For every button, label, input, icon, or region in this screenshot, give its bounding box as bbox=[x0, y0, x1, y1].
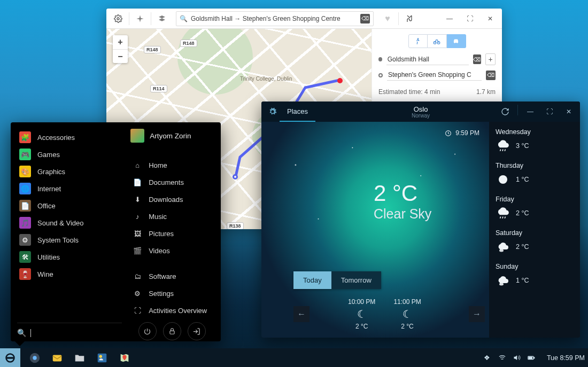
minimize-button[interactable]: — bbox=[442, 11, 457, 26]
destination-input[interactable] bbox=[387, 69, 482, 81]
maximize-button[interactable]: ⛶ bbox=[543, 105, 556, 119]
place-label: Pictures bbox=[149, 230, 174, 238]
place-home[interactable]: ⌂Home bbox=[130, 157, 213, 174]
taskbar-app-browser[interactable] bbox=[26, 350, 44, 365]
category-internet[interactable]: 🌐Internet bbox=[17, 180, 122, 197]
route-icon[interactable] bbox=[402, 11, 417, 26]
place-label: Videos bbox=[149, 247, 170, 255]
taskbar-app-mail[interactable] bbox=[48, 350, 66, 365]
place-videos[interactable]: 🎬Videos bbox=[130, 242, 213, 259]
svg-point-14 bbox=[99, 355, 103, 358]
today-tab[interactable]: Today bbox=[293, 271, 331, 289]
system-label: Software bbox=[149, 272, 176, 280]
close-button[interactable]: ✕ bbox=[562, 105, 576, 119]
power-button[interactable] bbox=[138, 322, 157, 340]
category-icon: 🎨 bbox=[19, 166, 31, 177]
svg-point-0 bbox=[117, 18, 119, 20]
bluetooth-icon[interactable]: ❖ bbox=[484, 354, 492, 362]
weather-forecast-panel: Wednesday 3 °C Thursday 1 °C Friday 2 °C… bbox=[489, 122, 580, 338]
svg-rect-12 bbox=[53, 355, 62, 361]
logout-button[interactable] bbox=[188, 322, 206, 340]
launcher-button[interactable] bbox=[0, 348, 20, 367]
moon-small-icon: ☾ bbox=[393, 308, 421, 321]
category-icon: 🎮 bbox=[19, 149, 31, 160]
minimize-button[interactable]: — bbox=[523, 105, 537, 119]
origin-input[interactable] bbox=[386, 54, 469, 65]
taskbar-clock[interactable]: Tue 8:59 PM bbox=[547, 354, 585, 362]
hourly-next-button[interactable]: → bbox=[469, 306, 485, 322]
battery-icon[interactable] bbox=[527, 354, 535, 362]
clear-origin-button[interactable]: ⌫ bbox=[473, 54, 481, 64]
lock-button[interactable] bbox=[163, 322, 181, 340]
mode-bike[interactable] bbox=[428, 34, 447, 48]
tomorrow-tab[interactable]: Tomorrow bbox=[331, 271, 381, 289]
forecast-day-name: Wednesday bbox=[496, 128, 574, 136]
favorite-icon[interactable]: ♥ bbox=[380, 11, 395, 26]
compass-icon[interactable] bbox=[133, 11, 148, 26]
forecast-day-name: Friday bbox=[496, 196, 574, 203]
system-settings[interactable]: ⚙Settings bbox=[130, 285, 213, 302]
gear-icon[interactable] bbox=[266, 105, 280, 119]
mode-walk[interactable] bbox=[408, 34, 428, 48]
layers-icon[interactable] bbox=[154, 11, 169, 26]
category-games[interactable]: 🎮Games bbox=[17, 146, 122, 163]
taskbar-app-maps[interactable] bbox=[115, 350, 134, 365]
category-icon: 🧩 bbox=[19, 131, 31, 143]
hourly-prev-button[interactable]: ← bbox=[293, 306, 310, 322]
place-documents[interactable]: 📄Documents bbox=[130, 174, 213, 191]
place-music[interactable]: ♪Music bbox=[130, 208, 213, 225]
hour-time: 11:00 PM bbox=[393, 298, 421, 306]
place-downloads[interactable]: ⬇Downloads bbox=[130, 191, 213, 208]
add-waypoint-button[interactable]: + bbox=[485, 53, 496, 65]
category-label: Office bbox=[37, 202, 56, 210]
gear-icon[interactable] bbox=[111, 11, 126, 26]
maximize-button[interactable]: ⛶ bbox=[462, 11, 477, 26]
system-software[interactable]: 🗂Software bbox=[130, 268, 213, 285]
zoom-in-button[interactable]: + bbox=[113, 35, 128, 49]
svg-rect-8 bbox=[169, 331, 174, 334]
divider bbox=[517, 105, 518, 115]
category-accessories[interactable]: 🧩Accessories bbox=[17, 129, 122, 146]
svg-point-3 bbox=[437, 42, 440, 44]
folder-icon: 📄 bbox=[133, 178, 142, 186]
close-button[interactable]: ✕ bbox=[483, 11, 498, 26]
user-row[interactable]: Artyom Zorin bbox=[130, 129, 213, 143]
user-name: Artyom Zorin bbox=[150, 132, 191, 140]
folder-icon: 🖼 bbox=[133, 230, 142, 238]
system-label: Activities Overview bbox=[149, 307, 207, 315]
taskbar-app-weather[interactable] bbox=[93, 350, 111, 365]
clear-search-button[interactable]: ⌫ bbox=[360, 14, 370, 24]
start-menu-categories: 🧩Accessories🎮Games🎨Graphics🌐Internet📄Off… bbox=[11, 122, 126, 341]
system-label: Settings bbox=[149, 290, 174, 298]
start-menu-places: Artyom Zorin ⌂Home📄Documents⬇Downloads♪M… bbox=[126, 122, 221, 341]
forecast-temp: 2 °C bbox=[516, 209, 529, 217]
current-temp: 2 °C bbox=[374, 181, 417, 206]
origin-dot-icon bbox=[378, 57, 382, 61]
category-utilities[interactable]: 🛠Utilities bbox=[17, 248, 122, 266]
estimated-distance: 1.7 km bbox=[476, 88, 496, 96]
folder-icon: ♪ bbox=[133, 213, 142, 221]
taskbar-app-files[interactable] bbox=[71, 350, 89, 365]
refresh-button[interactable] bbox=[498, 105, 512, 119]
tab-places[interactable]: Places bbox=[280, 101, 315, 122]
category-graphics[interactable]: 🎨Graphics bbox=[17, 163, 122, 180]
start-menu-search[interactable]: 🔍 bbox=[17, 323, 122, 337]
category-label: Accessories bbox=[37, 134, 75, 142]
category-sound-video[interactable]: 🎵Sound & Video bbox=[17, 214, 122, 231]
place-pictures[interactable]: 🖼Pictures bbox=[130, 225, 213, 242]
zoom-out-button[interactable]: − bbox=[113, 49, 128, 63]
mode-car[interactable] bbox=[447, 34, 466, 48]
system-activities-overview[interactable]: ⛶Activities Overview bbox=[130, 302, 213, 319]
wifi-icon[interactable] bbox=[498, 354, 506, 362]
search-input[interactable] bbox=[191, 15, 360, 22]
clear-destination-button[interactable]: ⌫ bbox=[486, 71, 496, 80]
day-toggle: Today Tomorrow bbox=[293, 271, 381, 289]
weather-main-panel: 9:59 PM 2 °C Clear Sky Today Tomorrow ← … bbox=[261, 122, 489, 338]
category-system-tools[interactable]: ⚙System Tools bbox=[17, 231, 122, 248]
search-field[interactable]: 🔍 ⌫ bbox=[176, 11, 374, 26]
clock-icon bbox=[445, 130, 452, 137]
volume-icon[interactable] bbox=[513, 354, 521, 362]
category-office[interactable]: 📄Office bbox=[17, 197, 122, 214]
current-condition: Clear Sky bbox=[374, 206, 431, 222]
category-wine[interactable]: 🍷Wine bbox=[17, 266, 122, 283]
